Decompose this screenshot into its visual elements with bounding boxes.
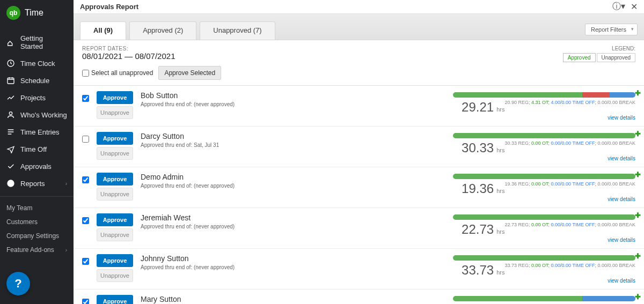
expand-row-icon[interactable]: ✚: [635, 89, 641, 97]
approve-button[interactable]: Approve: [97, 132, 133, 145]
clock-icon: [6, 59, 15, 68]
select-all-checkbox[interactable]: [82, 70, 89, 77]
check-icon: [6, 162, 15, 170]
report-dates-label: REPORT DATES:: [82, 46, 635, 51]
sidebar-subnav: My TeamCustomersCompany SettingsFeature …: [0, 197, 74, 261]
approved-thru: Approved thru end of: (never approved): [141, 183, 445, 189]
tab-all[interactable]: All (9): [80, 21, 126, 40]
expand-row-icon[interactable]: ✚: [635, 211, 641, 219]
sidebar-item-label: Who's Working: [20, 111, 67, 119]
subnav-item-label: Feature Add-ons: [6, 246, 54, 254]
total-hours: 29.21: [462, 100, 494, 114]
page-title: Approvals Report: [80, 3, 138, 11]
view-details-link[interactable]: view details: [453, 196, 635, 202]
total-hours: 33.73: [462, 263, 494, 277]
help-icon[interactable]: ⓘ▾: [612, 1, 625, 12]
pie-icon: [6, 179, 15, 188]
sidebar-item-time-clock[interactable]: Time Clock: [0, 55, 74, 72]
sidebar-item-time-entries[interactable]: Time Entries: [0, 123, 74, 140]
approvals-list: ✚ApproveUnapproveBob SuttonApproved thru…: [74, 86, 644, 304]
row-checkbox[interactable]: [82, 299, 89, 304]
brand: qb Time: [0, 0, 74, 26]
row-checkbox[interactable]: [82, 217, 89, 224]
total-hours: 30.33: [462, 140, 494, 155]
tab-unapproved[interactable]: Unapproved (7): [200, 21, 275, 40]
approve-button[interactable]: Approve: [97, 254, 133, 267]
tab-approved[interactable]: Approved (2): [129, 21, 196, 40]
hours-unit: hrs: [495, 228, 504, 235]
close-icon[interactable]: ✕: [631, 2, 638, 12]
subnav-item-my-team[interactable]: My Team: [0, 201, 74, 215]
total-hours: 19.36: [462, 181, 494, 196]
expand-row-icon[interactable]: ✚: [635, 293, 641, 301]
plane-icon: [6, 145, 15, 153]
sidebar-item-approvals[interactable]: Approvals: [0, 158, 74, 175]
sidebar-item-getting-started[interactable]: Getting Started: [0, 30, 74, 55]
hours-unit: hrs: [495, 269, 504, 276]
subnav-item-customers[interactable]: Customers: [0, 215, 74, 229]
legend-unapproved: Unapproved: [597, 53, 635, 62]
hours-bar: [453, 296, 635, 301]
approve-selected-button[interactable]: Approve Selected: [158, 66, 221, 80]
sidebar-item-label: Projects: [20, 94, 46, 102]
row-checkbox[interactable]: [82, 258, 89, 265]
approved-thru: Approved thru end of: (never approved): [141, 101, 445, 107]
unapprove-button[interactable]: Unapprove: [97, 147, 133, 160]
subnav-item-company-settings[interactable]: Company Settings: [0, 229, 74, 243]
subnav-item-label: Company Settings: [6, 232, 59, 240]
sidebar-item-label: Time Entries: [20, 128, 59, 136]
view-details-link[interactable]: view details: [453, 237, 635, 243]
approval-row: ✚ApproveUnapproveBob SuttonApproved thru…: [74, 86, 644, 127]
flag-icon: [6, 38, 15, 47]
hours-unit: hrs: [495, 147, 504, 153]
approve-button[interactable]: Approve: [97, 91, 133, 104]
help-fab[interactable]: ?: [6, 272, 30, 295]
row-checkbox[interactable]: [82, 136, 89, 143]
employee-name: Bob Sutton: [141, 91, 445, 100]
calendar-icon: [6, 76, 15, 85]
employee-name: Demo Admin: [141, 173, 445, 181]
sidebar-item-who-s-working[interactable]: Who's Working: [0, 106, 74, 123]
chart-icon: [6, 93, 15, 102]
expand-row-icon[interactable]: ✚: [635, 170, 641, 179]
sidebar-item-label: Time Clock: [20, 60, 55, 68]
unapprove-button[interactable]: Unapprove: [97, 269, 133, 282]
unapprove-button[interactable]: Unapprove: [97, 106, 133, 119]
sidebar-item-label: Approvals: [20, 162, 52, 170]
sidebar-item-projects[interactable]: Projects: [0, 89, 74, 106]
sidebar-item-time-off[interactable]: Time Off: [0, 140, 74, 158]
sidebar-item-schedule[interactable]: Schedule: [0, 72, 74, 89]
svg-rect-1: [8, 78, 14, 84]
row-checkbox[interactable]: [82, 176, 89, 183]
approve-button[interactable]: Approve: [97, 173, 133, 186]
report-filters-button[interactable]: Report Filters: [585, 24, 638, 35]
hours-bar: [453, 255, 635, 261]
view-details-link[interactable]: view details: [453, 155, 635, 161]
approval-row: ✚ApproveUnapproveMary SuttonApproved thr…: [74, 290, 644, 304]
subnav-item-feature-add-ons[interactable]: Feature Add-ons›: [0, 243, 74, 257]
row-checkbox[interactable]: [82, 95, 89, 102]
expand-row-icon[interactable]: ✚: [635, 130, 641, 138]
hours-bar: [453, 133, 635, 138]
view-details-link[interactable]: view details: [453, 115, 635, 121]
unapprove-button[interactable]: Unapprove: [97, 228, 133, 241]
chevron-right-icon: ›: [65, 247, 67, 253]
hours-breakdown: 33.73 REG; 0.00 OT; 0.00/0.00 TIME OFF; …: [505, 263, 636, 268]
approve-button[interactable]: Approve: [97, 213, 133, 226]
hours-bar: [453, 92, 635, 98]
employee-name: Johnny Sutton: [141, 254, 445, 263]
view-details-link[interactable]: view details: [453, 278, 635, 284]
hours-breakdown: 20.90 REG; 4.31 OT; 4.00/0.00 TIME OFF; …: [505, 100, 636, 105]
expand-row-icon[interactable]: ✚: [635, 252, 641, 260]
report-dates-value: 08/01/2021 — 08/07/2021: [82, 51, 635, 61]
hours-breakdown: 22.73 REG; 0.00 OT; 0.00/0.00 TIME OFF; …: [505, 222, 636, 227]
select-all-label: Select all unapproved: [91, 69, 153, 77]
select-all-unapproved[interactable]: Select all unapproved: [82, 69, 153, 77]
brand-name: Time: [25, 8, 43, 18]
sidebar-item-reports[interactable]: Reports›: [0, 175, 74, 192]
unapprove-button[interactable]: Unapprove: [97, 188, 133, 201]
sidebar-item-label: Getting Started: [20, 34, 67, 50]
brand-logo: qb: [6, 6, 20, 20]
approve-button[interactable]: Approve: [97, 295, 133, 304]
sidebar-item-label: Schedule: [20, 77, 49, 85]
